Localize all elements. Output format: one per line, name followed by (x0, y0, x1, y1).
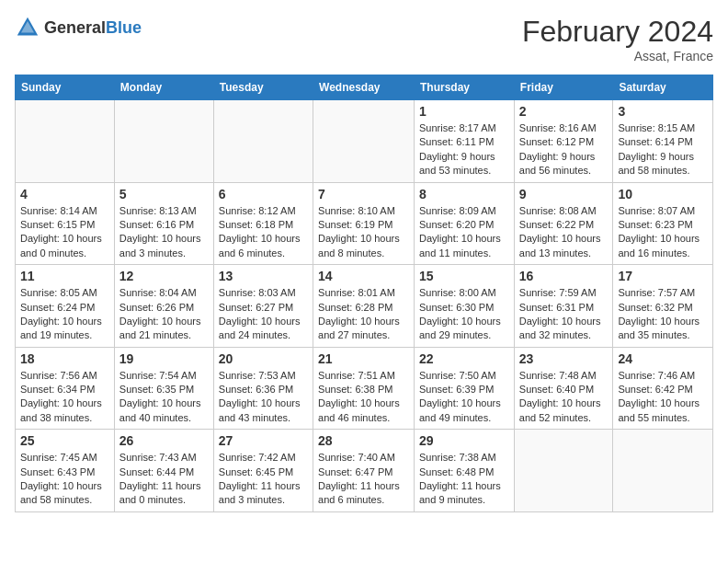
header-row: SundayMondayTuesdayWednesdayThursdayFrid… (16, 75, 713, 100)
calendar-cell: 3Sunrise: 8:15 AM Sunset: 6:14 PM Daylig… (613, 100, 713, 183)
calendar-cell (16, 100, 115, 183)
day-info: Sunrise: 8:08 AM Sunset: 6:22 PM Dayligh… (519, 204, 609, 261)
calendar-title: February 2024 (522, 15, 713, 49)
day-number: 6 (219, 187, 308, 201)
calendar-cell: 13Sunrise: 8:03 AM Sunset: 6:27 PM Dayli… (213, 265, 313, 348)
day-number: 22 (419, 351, 509, 366)
calendar-cell (613, 430, 713, 512)
calendar-cell: 5Sunrise: 8:13 AM Sunset: 6:16 PM Daylig… (114, 182, 213, 265)
week-row-4: 18Sunrise: 7:56 AM Sunset: 6:34 PM Dayli… (16, 347, 713, 430)
week-row-5: 25Sunrise: 7:45 AM Sunset: 6:43 PM Dayli… (16, 430, 713, 512)
day-number: 21 (318, 351, 409, 366)
calendar-cell: 1Sunrise: 8:17 AM Sunset: 6:11 PM Daylig… (415, 100, 515, 183)
logo: GeneralBlue (15, 15, 142, 40)
day-info: Sunrise: 7:59 AM Sunset: 6:31 PM Dayligh… (519, 286, 609, 343)
day-info: Sunrise: 8:09 AM Sunset: 6:20 PM Dayligh… (419, 204, 509, 261)
logo-blue: Blue (106, 18, 142, 37)
day-info: Sunrise: 7:50 AM Sunset: 6:39 PM Dayligh… (419, 369, 509, 426)
day-info: Sunrise: 7:42 AM Sunset: 6:45 PM Dayligh… (219, 451, 308, 508)
day-number: 15 (419, 269, 509, 283)
calendar-cell: 29Sunrise: 7:38 AM Sunset: 6:48 PM Dayli… (415, 430, 515, 512)
day-number: 7 (318, 187, 409, 201)
calendar-cell: 18Sunrise: 7:56 AM Sunset: 6:34 PM Dayli… (16, 347, 115, 430)
day-info: Sunrise: 7:51 AM Sunset: 6:38 PM Dayligh… (318, 369, 409, 426)
day-number: 26 (119, 433, 209, 448)
calendar-cell: 9Sunrise: 8:08 AM Sunset: 6:22 PM Daylig… (514, 182, 613, 265)
day-info: Sunrise: 8:14 AM Sunset: 6:15 PM Dayligh… (20, 204, 109, 261)
logo-text: GeneralBlue (44, 18, 142, 38)
calendar-cell (213, 100, 313, 183)
logo-icon (15, 15, 40, 40)
day-info: Sunrise: 7:54 AM Sunset: 6:35 PM Dayligh… (119, 369, 209, 426)
day-info: Sunrise: 7:40 AM Sunset: 6:47 PM Dayligh… (318, 451, 409, 508)
day-number: 4 (20, 187, 109, 201)
col-header-thursday: Thursday (415, 75, 515, 100)
week-row-3: 11Sunrise: 8:05 AM Sunset: 6:24 PM Dayli… (16, 265, 713, 348)
day-info: Sunrise: 8:05 AM Sunset: 6:24 PM Dayligh… (20, 286, 109, 343)
calendar-cell: 7Sunrise: 8:10 AM Sunset: 6:19 PM Daylig… (313, 182, 415, 265)
day-number: 14 (318, 269, 409, 283)
day-info: Sunrise: 7:38 AM Sunset: 6:48 PM Dayligh… (419, 451, 509, 508)
calendar-cell: 20Sunrise: 7:53 AM Sunset: 6:36 PM Dayli… (213, 347, 313, 430)
day-number: 12 (119, 269, 209, 283)
calendar-subtitle: Assat, France (522, 49, 713, 63)
calendar-cell: 19Sunrise: 7:54 AM Sunset: 6:35 PM Dayli… (114, 347, 213, 430)
col-header-tuesday: Tuesday (213, 75, 313, 100)
calendar-cell: 17Sunrise: 7:57 AM Sunset: 6:32 PM Dayli… (613, 265, 713, 348)
day-number: 28 (318, 433, 409, 448)
day-number: 25 (20, 433, 109, 448)
day-info: Sunrise: 8:00 AM Sunset: 6:30 PM Dayligh… (419, 286, 509, 343)
calendar-cell: 27Sunrise: 7:42 AM Sunset: 6:45 PM Dayli… (213, 430, 313, 512)
day-info: Sunrise: 8:17 AM Sunset: 6:11 PM Dayligh… (419, 121, 509, 178)
day-info: Sunrise: 7:57 AM Sunset: 6:32 PM Dayligh… (618, 286, 708, 343)
day-info: Sunrise: 8:04 AM Sunset: 6:26 PM Dayligh… (119, 286, 209, 343)
day-number: 17 (618, 269, 708, 283)
calendar-cell (514, 430, 613, 512)
day-info: Sunrise: 8:16 AM Sunset: 6:12 PM Dayligh… (519, 121, 609, 178)
day-number: 5 (119, 187, 209, 201)
calendar-cell: 24Sunrise: 7:46 AM Sunset: 6:42 PM Dayli… (613, 347, 713, 430)
day-info: Sunrise: 8:07 AM Sunset: 6:23 PM Dayligh… (618, 204, 708, 261)
day-info: Sunrise: 8:12 AM Sunset: 6:18 PM Dayligh… (219, 204, 308, 261)
day-info: Sunrise: 8:15 AM Sunset: 6:14 PM Dayligh… (618, 121, 708, 178)
calendar-cell: 25Sunrise: 7:45 AM Sunset: 6:43 PM Dayli… (16, 430, 115, 512)
day-number: 18 (20, 351, 109, 366)
day-number: 8 (419, 187, 509, 201)
day-info: Sunrise: 7:48 AM Sunset: 6:40 PM Dayligh… (519, 369, 609, 426)
col-header-saturday: Saturday (613, 75, 713, 100)
page-header: GeneralBlue February 2024 Assat, France (15, 15, 713, 63)
calendar-cell: 22Sunrise: 7:50 AM Sunset: 6:39 PM Dayli… (415, 347, 515, 430)
week-row-1: 1Sunrise: 8:17 AM Sunset: 6:11 PM Daylig… (16, 100, 713, 183)
day-info: Sunrise: 7:43 AM Sunset: 6:44 PM Dayligh… (119, 451, 209, 508)
day-info: Sunrise: 8:01 AM Sunset: 6:28 PM Dayligh… (318, 286, 409, 343)
calendar-cell: 12Sunrise: 8:04 AM Sunset: 6:26 PM Dayli… (114, 265, 213, 348)
calendar-cell: 16Sunrise: 7:59 AM Sunset: 6:31 PM Dayli… (514, 265, 613, 348)
calendar-cell (114, 100, 213, 183)
calendar-table: SundayMondayTuesdayWednesdayThursdayFrid… (15, 75, 713, 512)
title-block: February 2024 Assat, France (522, 15, 713, 63)
col-header-monday: Monday (114, 75, 213, 100)
day-info: Sunrise: 7:45 AM Sunset: 6:43 PM Dayligh… (20, 451, 109, 508)
day-info: Sunrise: 8:13 AM Sunset: 6:16 PM Dayligh… (119, 204, 209, 261)
calendar-cell: 26Sunrise: 7:43 AM Sunset: 6:44 PM Dayli… (114, 430, 213, 512)
day-number: 13 (219, 269, 308, 283)
day-info: Sunrise: 7:46 AM Sunset: 6:42 PM Dayligh… (618, 369, 708, 426)
calendar-cell: 14Sunrise: 8:01 AM Sunset: 6:28 PM Dayli… (313, 265, 415, 348)
calendar-cell: 23Sunrise: 7:48 AM Sunset: 6:40 PM Dayli… (514, 347, 613, 430)
day-info: Sunrise: 8:03 AM Sunset: 6:27 PM Dayligh… (219, 286, 308, 343)
day-number: 27 (219, 433, 308, 448)
day-number: 3 (618, 104, 708, 119)
col-header-friday: Friday (514, 75, 613, 100)
day-number: 10 (618, 187, 708, 201)
day-number: 23 (519, 351, 609, 366)
calendar-cell: 2Sunrise: 8:16 AM Sunset: 6:12 PM Daylig… (514, 100, 613, 183)
col-header-sunday: Sunday (16, 75, 115, 100)
logo-general: General (44, 18, 106, 37)
day-number: 16 (519, 269, 609, 283)
day-info: Sunrise: 8:10 AM Sunset: 6:19 PM Dayligh… (318, 204, 409, 261)
calendar-cell: 10Sunrise: 8:07 AM Sunset: 6:23 PM Dayli… (613, 182, 713, 265)
calendar-cell (313, 100, 415, 183)
calendar-cell: 28Sunrise: 7:40 AM Sunset: 6:47 PM Dayli… (313, 430, 415, 512)
day-number: 11 (20, 269, 109, 283)
day-number: 24 (618, 351, 708, 366)
